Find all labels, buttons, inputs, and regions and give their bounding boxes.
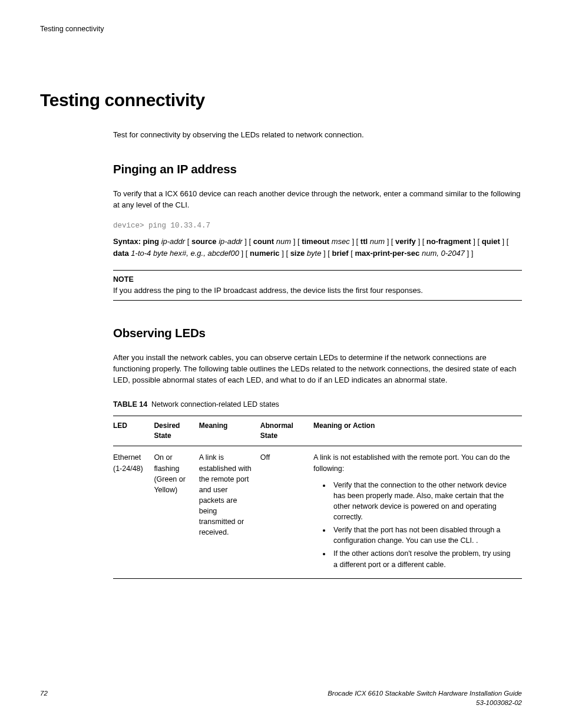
syntax-kw: numeric (250, 249, 280, 258)
list-item: Verify that the connection to the other … (331, 480, 516, 523)
list-item: If the other actions don't resolve the p… (331, 548, 516, 569)
table-header-row: LED Desired State Meaning Abnormal State… (113, 416, 522, 446)
th-led: LED (113, 416, 154, 446)
action-intro: A link is not established with the remot… (313, 452, 516, 473)
syntax-arg: num, 0-2047 (422, 249, 465, 258)
syntax-label: Syntax: ping (113, 237, 159, 246)
ping-code-block: device> ping 10.33.4.7 (113, 220, 522, 231)
main-heading: Testing connectivity (40, 87, 522, 113)
syntax-arg: 1-to-4 byte hex#, e.g., abcdef00 (131, 249, 239, 258)
table-caption-text: Network connection-related LED states (151, 400, 279, 409)
led-table: LED Desired State Meaning Abnormal State… (113, 416, 522, 579)
syntax-kw: size (290, 249, 305, 258)
syntax-kw: verify (395, 237, 416, 246)
syntax-arg: ip-addr (219, 237, 242, 246)
syntax-kw: no-fragment (427, 237, 471, 246)
note-block: NOTE If you address the ping to the IP b… (113, 270, 522, 301)
cell-led: Ethernet (1-24/48) (113, 446, 154, 578)
action-bullet-list: Verify that the connection to the other … (313, 480, 516, 570)
syntax-kw: quiet (482, 237, 500, 246)
th-meaning: Meaning (199, 416, 260, 446)
table-row: Ethernet (1-24/48) On or flashing (Green… (113, 446, 522, 578)
syntax-kw: ttl (361, 237, 368, 246)
syntax-kw: max-print-per-sec (355, 249, 420, 258)
th-abnormal: Abnormal State (260, 416, 313, 446)
th-action: Meaning or Action (313, 416, 522, 446)
intro-paragraph: Test for connectivity by observing the L… (113, 130, 522, 141)
list-item: Verify that the port has not been disabl… (331, 525, 516, 546)
syntax-kw: source (191, 237, 217, 246)
syntax-arg: msec (332, 237, 350, 246)
cell-desired: On or flashing (Green or Yellow) (154, 446, 199, 578)
syntax-arg: num (370, 237, 385, 246)
syntax-arg: num (276, 237, 291, 246)
syntax-kw: timeout (302, 237, 329, 246)
leds-heading: Observing LEDs (113, 324, 522, 342)
page-header-text: Testing connectivity (40, 24, 522, 34)
leds-intro: After you install the network cables, yo… (113, 353, 522, 386)
cell-abnormal: Off (260, 446, 313, 578)
table-caption-label: TABLE 14 (113, 400, 147, 409)
cell-action: A link is not established with the remot… (313, 446, 522, 578)
ping-heading: Pinging an IP address (113, 160, 522, 178)
syntax-kw: data (113, 249, 129, 258)
ping-intro: To verify that a ICX 6610 device can rea… (113, 189, 522, 211)
ping-syntax: Syntax: ping ip-addr [ source ip-addr ] … (113, 236, 522, 259)
note-body: If you address the ping to the IP broadc… (113, 285, 522, 297)
syntax-kw: count (253, 237, 274, 246)
syntax-arg: byte (307, 249, 322, 258)
syntax-arg: ip-addr (161, 237, 185, 246)
cell-meaning: A link is established with the remote po… (199, 446, 260, 578)
table-caption: TABLE 14 Network connection-related LED … (113, 399, 522, 410)
syntax-kw: brief (332, 249, 348, 258)
note-label: NOTE (113, 274, 522, 285)
th-desired: Desired State (154, 416, 199, 446)
